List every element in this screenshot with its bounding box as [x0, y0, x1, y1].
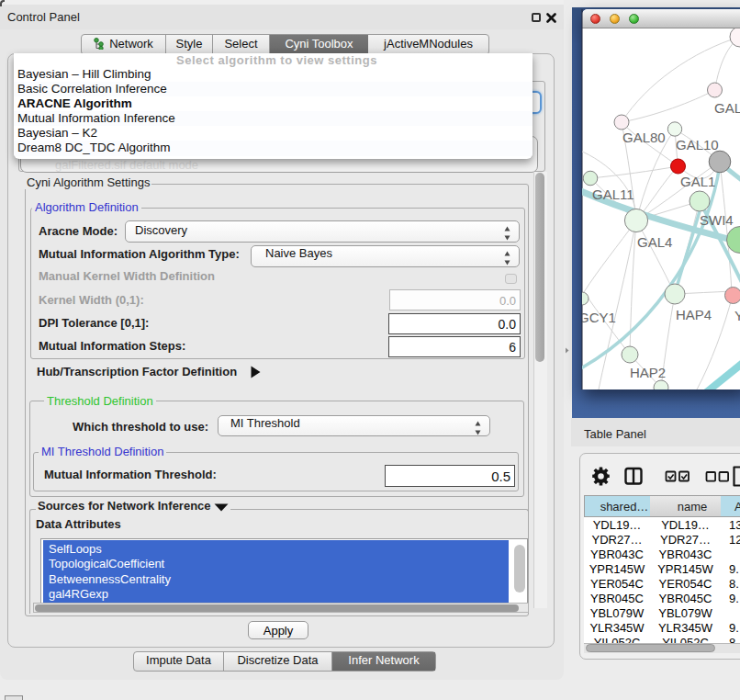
svg-text:HAP2: HAP2 — [630, 365, 666, 380]
svg-text:GAL10: GAL10 — [676, 137, 719, 152]
svg-text:GAL11: GAL11 — [592, 186, 634, 202]
svg-text:GAL80: GAL80 — [622, 130, 666, 145]
svg-text:GCY1: GCY1 — [582, 310, 616, 325]
svg-text:YD: YD — [734, 308, 740, 323]
svg-text:GAL2: GAL2 — [714, 100, 740, 116]
svg-text:HAP4: HAP4 — [676, 307, 712, 322]
svg-text:SWI4: SWI4 — [700, 212, 734, 228]
svg-text:GAL4: GAL4 — [637, 234, 672, 250]
svg-text:GAL1: GAL1 — [680, 174, 715, 189]
